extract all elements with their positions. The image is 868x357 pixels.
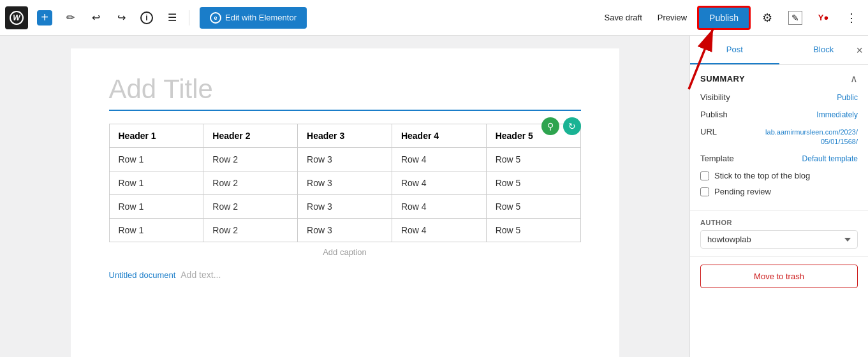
save-draft-button[interactable]: Save draft — [600, 9, 647, 26]
pending-review-checkbox[interactable] — [700, 187, 709, 196]
visibility-row: Visibility Public — [700, 92, 858, 102]
chevron-up-icon: ∧ — [850, 73, 858, 84]
settings-button[interactable]: ⚙ — [756, 6, 779, 29]
list-icon: ☰ — [168, 11, 177, 24]
undo-icon: ↩ — [92, 11, 100, 24]
table-header-3: Header 3 — [298, 124, 392, 148]
url-row: URL lab.aamirmursleen.com/2023/05/01/156… — [700, 127, 858, 146]
edit-icon-button[interactable]: ✎ — [784, 6, 807, 29]
add-text-placeholder[interactable]: Add text... — [180, 270, 221, 280]
publish-value[interactable]: Immediately — [816, 110, 858, 119]
redo-button[interactable]: ↪ — [110, 6, 133, 29]
right-sidebar: Post Block × Summary ∧ Visibility Public — [689, 36, 868, 357]
edit-elementor-label: Edit with Elementor — [225, 13, 297, 22]
editor-area: Add Title ⚲ ↻ Header 1 Header 2 Header 3 — [0, 36, 689, 357]
redo-icon: ↪ — [117, 11, 126, 24]
table-cell-r0-c1: Row 2 — [203, 148, 298, 171]
table-row: Row 1Row 2Row 3Row 4Row 5 — [109, 148, 580, 171]
add-text-row: Untitled document Add text... — [109, 270, 581, 280]
template-label: Template — [700, 154, 734, 163]
content-table: Header 1 Header 2 Header 3 Header 4 Head… — [109, 124, 581, 242]
info-button[interactable]: i — [135, 6, 158, 29]
move-to-trash-button[interactable]: Move to trash — [700, 265, 858, 288]
url-label: URL — [700, 127, 717, 136]
pending-review-label: Pending review — [714, 187, 771, 196]
edit-pen-button[interactable]: ✏ — [59, 6, 82, 29]
table-cell-r3-c0: Row 1 — [109, 219, 203, 242]
tab-block[interactable]: Block — [779, 36, 869, 64]
pending-review-row: Pending review — [700, 187, 858, 196]
elementor-icon: e — [210, 12, 221, 24]
tab-post[interactable]: Post — [690, 36, 779, 64]
stick-to-top-checkbox[interactable] — [700, 171, 709, 180]
author-label: AUTHOR — [700, 219, 858, 226]
summary-collapse-button[interactable]: ∧ — [850, 73, 858, 85]
add-button[interactable]: + — [33, 6, 56, 29]
more-options-button[interactable]: ⋮ — [840, 6, 863, 29]
table-cell-r0-c4: Row 5 — [486, 148, 580, 171]
toolbar-right: Save draft Preview Publish ⚙ ✎ Y● ⋮ — [600, 6, 863, 30]
table-cell-r1-c3: Row 4 — [392, 171, 486, 195]
table-row: Row 1Row 2Row 3Row 4Row 5 — [109, 219, 580, 242]
yoast-icon: Y● — [818, 13, 829, 22]
table-cell-r2-c3: Row 4 — [392, 195, 486, 219]
template-value[interactable]: Default template — [802, 154, 858, 163]
table-cell-r3-c2: Row 3 — [298, 219, 392, 242]
toolbar: W + ✏ ↩ ↪ i ☰ e Edit with Elementor Save… — [0, 0, 868, 36]
summary-title: Summary — [700, 74, 745, 84]
table-cell-r2-c2: Row 3 — [298, 195, 392, 219]
author-select[interactable]: howtowplab — [700, 230, 858, 249]
publish-row: Publish Immediately — [700, 110, 858, 119]
table-header-row: Header 1 Header 2 Header 3 Header 4 Head… — [109, 124, 580, 148]
table-cell-r1-c1: Row 2 — [203, 171, 298, 195]
table-cell-r3-c1: Row 2 — [203, 219, 298, 242]
yoast-button[interactable]: Y● — [812, 6, 835, 29]
preview-button[interactable]: Preview — [652, 9, 692, 26]
sidebar-tabs: Post Block × — [690, 36, 868, 65]
wp-logo[interactable]: W — [5, 6, 28, 29]
close-icon: × — [856, 43, 863, 56]
publish-button[interactable]: Publish — [697, 6, 751, 30]
untitled-doc-link[interactable]: Untitled document — [109, 270, 176, 280]
table-row: Row 1Row 2Row 3Row 4Row 5 — [109, 195, 580, 219]
location-icon: ⚲ — [547, 121, 554, 131]
editor-canvas: Add Title ⚲ ↻ Header 1 Header 2 Header 3 — [71, 48, 619, 357]
more-icon: ⋮ — [846, 11, 857, 25]
stick-to-top-label: Stick to the top of the blog — [714, 171, 810, 180]
wp-logo-w: W — [13, 13, 20, 22]
table-header-2: Header 2 — [203, 124, 298, 148]
edit-view-icon: ✎ — [788, 11, 802, 25]
table-cell-r3-c3: Row 4 — [392, 219, 486, 242]
summary-section: Summary ∧ Visibility Public Publish Imme… — [690, 65, 868, 211]
table-cell-r2-c0: Row 1 — [109, 195, 203, 219]
table-header-1: Header 1 — [109, 124, 203, 148]
info-icon: i — [140, 11, 153, 24]
template-row: Template Default template — [700, 154, 858, 163]
table-cell-r2-c1: Row 2 — [203, 195, 298, 219]
table-caption[interactable]: Add caption — [109, 247, 581, 257]
table-icon-teal[interactable]: ↻ — [563, 117, 581, 135]
table-icon-green[interactable]: ⚲ — [541, 117, 559, 135]
author-section: AUTHOR howtowplab — [690, 211, 868, 257]
table-cell-r0-c0: Row 1 — [109, 148, 203, 171]
post-title[interactable]: Add Title — [109, 74, 581, 111]
summary-section-header: Summary ∧ — [700, 73, 858, 85]
stick-to-top-row: Stick to the top of the blog — [700, 171, 858, 180]
refresh-icon: ↻ — [568, 121, 576, 131]
table-header-4: Header 4 — [392, 124, 486, 148]
list-view-button[interactable]: ☰ — [161, 6, 184, 29]
toolbar-divider — [189, 10, 189, 26]
table-cell-r1-c2: Row 3 — [298, 171, 392, 195]
edit-elementor-button[interactable]: e Edit with Elementor — [200, 7, 307, 29]
publish-label: Publish — [700, 110, 728, 119]
add-icon: + — [37, 10, 52, 26]
url-value[interactable]: lab.aamirmursleen.com/2023/05/01/1568/ — [762, 127, 858, 146]
wp-logo-inner: W — [10, 11, 24, 25]
table-cell-r0-c2: Row 3 — [298, 148, 392, 171]
table-cell-r2-c4: Row 5 — [486, 195, 580, 219]
table-row: Row 1Row 2Row 3Row 4Row 5 — [109, 171, 580, 195]
sidebar-close-button[interactable]: × — [856, 43, 863, 57]
visibility-value[interactable]: Public — [837, 92, 858, 102]
undo-button[interactable]: ↩ — [84, 6, 107, 29]
settings-icon: ⚙ — [762, 11, 772, 25]
